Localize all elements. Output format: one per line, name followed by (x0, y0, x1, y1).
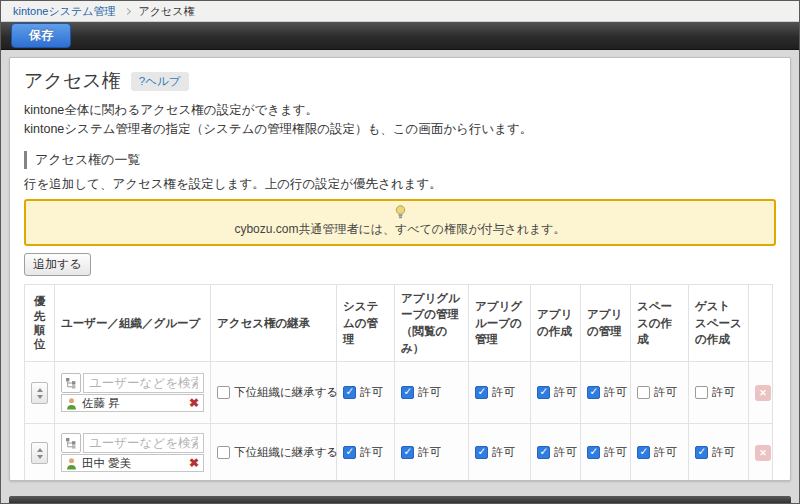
permit-label: 許可 (604, 445, 627, 460)
page-title: アクセス権 (24, 68, 121, 94)
user-icon (65, 457, 78, 470)
selected-entity: 佐藤 昇 ✖ (61, 394, 204, 412)
inherit-checkbox[interactable] (217, 446, 230, 459)
org-tree-icon (65, 377, 77, 389)
org-tree-icon (65, 437, 77, 449)
permit-label: 許可 (492, 385, 515, 400)
header-inheritance: アクセス権の継承 (211, 284, 337, 362)
selected-entity: 田中 愛美 ✖ (61, 454, 204, 472)
spinner-up-icon (37, 448, 43, 452)
inherit-label: 下位組織に継承する (234, 445, 338, 460)
header-system-admin: システムの管理 (337, 284, 395, 362)
header-app-admin: アプリの管理 (581, 284, 631, 362)
content-panel: アクセス権 ?ヘルプ kintone全体に関わるアクセス権の設定ができます。 k… (9, 57, 791, 481)
table-row-sato: 佐藤 昇 ✖ 下位組織に継承する 許可 許可 許可 許可 許可 許可 許可 ✕ (25, 362, 773, 424)
permit-label: 許可 (360, 445, 383, 460)
spinner-down-icon (37, 455, 43, 459)
org-tree-button[interactable] (61, 433, 81, 453)
permit-label: 許可 (654, 385, 677, 400)
org-tree-button[interactable] (61, 373, 81, 393)
info-banner-text: cybozu.com共通管理者には、すべての権限が付与されます。 (32, 221, 768, 238)
permit-label: 許可 (418, 445, 441, 460)
info-banner: cybozu.com共通管理者には、すべての権限が付与されます。 (24, 199, 776, 246)
delete-row-button[interactable]: ✕ (755, 445, 771, 461)
breadcrumb-link-system-admin[interactable]: kintoneシステム管理 (13, 5, 116, 17)
breadcrumb-current: アクセス権 (139, 5, 195, 17)
permit-label: 許可 (360, 385, 383, 400)
breadcrumb: kintoneシステム管理アクセス権 (1, 1, 799, 22)
perm-appgroup-admin-checkbox[interactable] (475, 386, 488, 399)
perm-app-create-checkbox[interactable] (537, 446, 550, 459)
permit-label: 許可 (654, 445, 677, 460)
perm-app-create-checkbox[interactable] (537, 386, 550, 399)
header-app-create: アプリの作成 (531, 284, 581, 362)
permit-label: 許可 (418, 385, 441, 400)
perm-system-admin-checkbox[interactable] (343, 446, 356, 459)
page-body: アクセス権 ?ヘルプ kintone全体に関わるアクセス権の設定ができます。 k… (1, 51, 799, 503)
lightbulb-icon (394, 205, 407, 220)
permit-label: 許可 (554, 385, 577, 400)
perm-app-admin-checkbox[interactable] (587, 386, 600, 399)
toolbar: 保存 (1, 22, 799, 50)
header-guestspace-create: ゲストスペースの作成 (689, 284, 749, 362)
header-priority: 優先順位 (25, 284, 55, 362)
header-appgroup-admin: アプリグループの管理 (469, 284, 531, 362)
perm-appgroup-view-checkbox[interactable] (401, 446, 414, 459)
perm-guestspace-create-checkbox[interactable] (695, 446, 708, 459)
user-icon (65, 397, 78, 410)
spinner-up-icon (37, 388, 43, 392)
add-row-button[interactable]: 追加する (24, 253, 91, 276)
entity-name: 佐藤 昇 (82, 396, 188, 411)
perm-space-create-checkbox[interactable] (637, 386, 650, 399)
perm-space-create-checkbox[interactable] (637, 446, 650, 459)
header-entity: ユーザー／組織／グループ (55, 284, 211, 362)
header-actions (749, 284, 773, 362)
permit-label: 許可 (712, 445, 735, 460)
section-heading: アクセス権の一覧 (24, 151, 776, 169)
perm-appgroup-view-checkbox[interactable] (401, 386, 414, 399)
header-space-create: スペースの作成 (631, 284, 689, 362)
help-link[interactable]: ?ヘルプ (131, 72, 189, 91)
spinner-down-icon (37, 395, 43, 399)
entity-search-input[interactable] (83, 373, 204, 393)
header-appgroup-view: アプリグループの管理（閲覧のみ） (395, 284, 469, 362)
table-header-row: 優先順位 ユーザー／組織／グループ アクセス権の継承 システムの管理 アプリグル… (25, 284, 773, 362)
entity-search-input[interactable] (83, 433, 204, 453)
save-button[interactable]: 保存 (11, 23, 71, 48)
delete-row-button[interactable]: ✕ (755, 385, 771, 401)
perm-guestspace-create-checkbox[interactable] (695, 386, 708, 399)
remove-entity-button[interactable]: ✖ (188, 397, 200, 409)
perm-system-admin-checkbox[interactable] (343, 386, 356, 399)
entity-name: 田中 愛美 (82, 456, 188, 471)
remove-entity-button[interactable]: ✖ (188, 457, 200, 469)
perm-appgroup-admin-checkbox[interactable] (475, 446, 488, 459)
inherit-label: 下位組織に継承する (234, 385, 338, 400)
permit-label: 許可 (554, 445, 577, 460)
perm-app-admin-checkbox[interactable] (587, 446, 600, 459)
footer-bar (9, 496, 791, 503)
inherit-checkbox[interactable] (217, 386, 230, 399)
priority-spinner[interactable] (31, 382, 48, 404)
breadcrumb-chevron-icon (123, 8, 130, 15)
table-row-tanaka: 田中 愛美 ✖ 下位組織に継承する 許可 許可 許可 許可 許可 許可 許可 ✕ (25, 424, 773, 481)
permit-label: 許可 (712, 385, 735, 400)
description-line-1: kintone全体に関わるアクセス権の設定ができます。 (24, 101, 776, 120)
permit-label: 許可 (604, 385, 627, 400)
priority-spinner[interactable] (31, 442, 48, 464)
section-note: 行を追加して、アクセス権を設定します。上の行の設定が優先されます。 (24, 176, 776, 193)
permit-label: 許可 (492, 445, 515, 460)
description-line-2: kintoneシステム管理者の指定（システムの管理権限の設定）も、この画面から行… (24, 120, 776, 139)
permissions-table: 優先順位 ユーザー／組織／グループ アクセス権の継承 システムの管理 アプリグル… (24, 284, 773, 481)
